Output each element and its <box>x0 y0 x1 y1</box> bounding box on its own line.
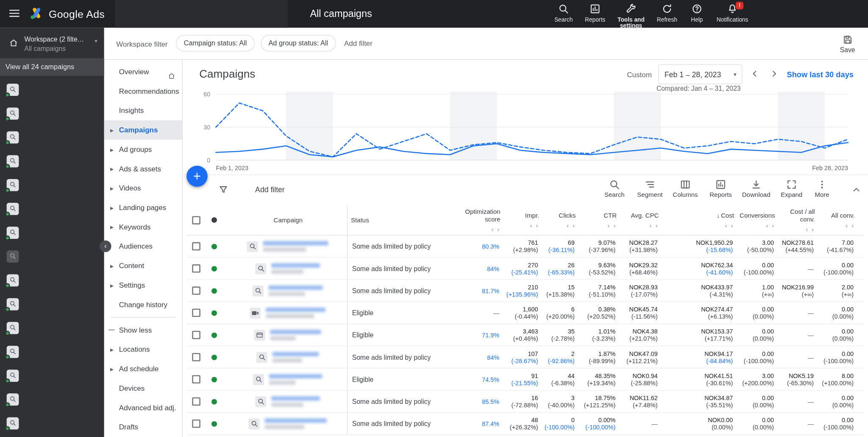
create-campaign-fab[interactable]: + <box>186 166 208 187</box>
help-button[interactable]: Help <box>682 3 712 23</box>
campaign-enabled-icon[interactable] <box>211 244 217 249</box>
campaign-thumbnail[interactable] <box>7 393 19 406</box>
campaign-thumbnail[interactable] <box>7 84 19 96</box>
collapse-chart-button[interactable] <box>851 185 862 196</box>
column-header-clicks[interactable]: Clicks‹ › <box>542 205 579 235</box>
row-checkbox[interactable] <box>192 375 200 384</box>
campaign-thumbnail[interactable] <box>7 203 19 215</box>
more-button[interactable]: More <box>810 179 835 198</box>
show-last-30-days-link[interactable]: Show last 30 days <box>787 70 854 79</box>
workspace-switcher[interactable]: Workspace (2 filte… All campaigns ▾ <box>0 28 104 58</box>
select-all-checkbox[interactable] <box>192 216 200 224</box>
column-header-opt_score[interactable]: Optimization score‹ › <box>457 205 504 235</box>
optimization-score-link[interactable]: 81.7% <box>482 287 499 294</box>
expand-button[interactable]: Expand <box>774 179 810 198</box>
nav-item-keywords[interactable]: ▶Keywords <box>104 217 182 237</box>
nav-item-landing-pages[interactable]: ▶Landing pages <box>104 198 182 217</box>
tools-and-settings-button[interactable]: Tools and settings <box>613 3 649 29</box>
nav-item-locations[interactable]: ▶Locations <box>104 340 182 359</box>
row-checkbox[interactable] <box>192 331 200 339</box>
campaign-name-cell[interactable] <box>224 302 348 324</box>
nav-item-devices[interactable]: Devices <box>104 378 182 398</box>
segment-button[interactable]: Segment <box>632 179 668 198</box>
campaign-enabled-icon[interactable] <box>211 266 217 271</box>
row-checkbox[interactable] <box>192 353 200 361</box>
nav-item-campaigns[interactable]: ▶Campaigns <box>104 120 182 140</box>
campaign-enabled-icon[interactable] <box>211 421 217 426</box>
refresh-button[interactable]: Refresh <box>651 3 682 23</box>
campaign-thumbnail[interactable] <box>7 298 19 311</box>
collapse-nav-button[interactable]: ‹ <box>100 241 111 252</box>
campaign-row[interactable]: Eligible74.5%91(-21.55%)44(-6.38%)48.35%… <box>187 369 863 391</box>
row-checkbox[interactable] <box>192 264 200 273</box>
campaign-row[interactable]: Some ads limited by policy87.4%48(+26.32… <box>187 413 863 435</box>
column-header-all_conv[interactable]: All conv.‹ › <box>818 205 858 235</box>
columns-button[interactable]: Columns <box>668 179 703 198</box>
column-header-status[interactable]: Status <box>348 205 457 235</box>
campaign-enabled-icon[interactable] <box>211 354 217 360</box>
download-button[interactable]: Download <box>738 179 774 198</box>
campaign-enabled-icon[interactable] <box>211 399 217 404</box>
campaign-name-cell[interactable] <box>224 280 348 302</box>
campaign-thumbnail[interactable] <box>7 179 19 191</box>
nav-item-settings[interactable]: ▶Settings <box>104 275 182 295</box>
nav-item-advanced-bid-adj[interactable]: Advanced bid adj. <box>104 398 182 417</box>
campaign-thumbnail[interactable] <box>7 346 19 358</box>
nav-item-audiences[interactable]: Audiences <box>104 237 182 256</box>
optimization-score-link[interactable]: 84% <box>487 354 499 361</box>
nav-item-ads-assets[interactable]: ▶Ads & assets <box>104 159 182 179</box>
column-header-cost[interactable]: ↓Cost‹ › <box>662 205 737 235</box>
campaign-name-cell[interactable] <box>224 369 348 390</box>
previous-period-button[interactable] <box>749 67 762 81</box>
add-filter-button[interactable]: Add filter <box>344 39 373 48</box>
campaign-row[interactable]: Eligible—1,600(-0.44%)6(+20.00%)0.38%(+2… <box>187 302 863 324</box>
table-search-button[interactable]: Search <box>597 179 632 198</box>
row-checkbox[interactable] <box>192 420 200 428</box>
column-header-campaign[interactable]: Campaign <box>224 205 348 235</box>
search-button[interactable]: Search <box>548 3 579 23</box>
campaign-row[interactable]: Some ads limited by policy85.5%16(-72.88… <box>187 391 863 413</box>
campaign-name-cell[interactable] <box>224 391 348 412</box>
column-header-ctr[interactable]: CTR‹ › <box>579 205 620 235</box>
view-all-campaigns-button[interactable]: View all 24 campaigns <box>0 58 104 76</box>
reports-button[interactable]: Reports <box>703 179 739 198</box>
nav-item-content[interactable]: ▶Content <box>104 256 182 275</box>
campaign-thumbnail[interactable] <box>7 417 19 430</box>
campaign-thumbnail[interactable] <box>7 107 19 120</box>
campaign-row[interactable]: Some ads limited by policy84%107(-28.67%… <box>187 346 863 368</box>
nav-item-recommendations[interactable]: Recommendations <box>104 81 182 101</box>
campaign-name-cell[interactable] <box>224 258 348 279</box>
nav-item-show-less[interactable]: —Show less <box>104 320 182 340</box>
next-period-button[interactable] <box>768 67 780 81</box>
campaign-status-filter-chip[interactable]: Campaign status: All <box>176 35 254 51</box>
campaign-name-cell[interactable] <box>224 235 348 257</box>
row-checkbox[interactable] <box>192 397 200 406</box>
optimization-score-link[interactable]: 84% <box>487 265 499 272</box>
row-checkbox[interactable] <box>192 309 200 317</box>
column-header-cpc[interactable]: Avg. CPC‹ › <box>620 205 662 235</box>
campaign-thumbnail[interactable] <box>7 370 19 382</box>
optimization-score-link[interactable]: 71.9% <box>482 332 499 339</box>
save-button[interactable]: Save <box>836 34 859 54</box>
column-header-impr[interactable]: Impr.‹ › <box>504 205 542 235</box>
nav-item-change-history[interactable]: Change history <box>104 295 182 314</box>
campaign-thumbnail[interactable] <box>7 275 19 287</box>
notifications-button[interactable]: ! Notifications <box>716 3 749 23</box>
campaign-row[interactable]: Some ads limited by policy84%270(-25.41%… <box>187 258 863 280</box>
campaign-thumbnail[interactable] <box>7 322 19 334</box>
reports-button[interactable]: Reports <box>580 3 611 23</box>
nav-item-drafts[interactable]: Drafts <box>104 417 182 437</box>
row-checkbox[interactable] <box>192 242 200 251</box>
campaign-thumbnail[interactable] <box>7 132 19 144</box>
table-add-filter-button[interactable]: Add filter <box>255 186 285 194</box>
campaign-name-cell[interactable] <box>224 346 348 368</box>
campaign-row[interactable]: Some ads limited by policy80.3%761(+2.98… <box>187 235 863 258</box>
optimization-score-link[interactable]: 87.4% <box>482 420 499 427</box>
campaign-row[interactable]: Some ads limited by policy81.7%210(+135.… <box>187 280 863 302</box>
campaign-thumbnail[interactable] <box>7 250 19 263</box>
campaign-name-cell[interactable] <box>224 324 348 346</box>
optimization-score-link[interactable]: 80.3% <box>482 243 499 250</box>
optimization-score-link[interactable]: 85.5% <box>482 398 499 405</box>
ad-group-status-filter-chip[interactable]: Ad group status: All <box>261 35 336 51</box>
nav-item-videos[interactable]: ▶Videos <box>104 179 182 198</box>
